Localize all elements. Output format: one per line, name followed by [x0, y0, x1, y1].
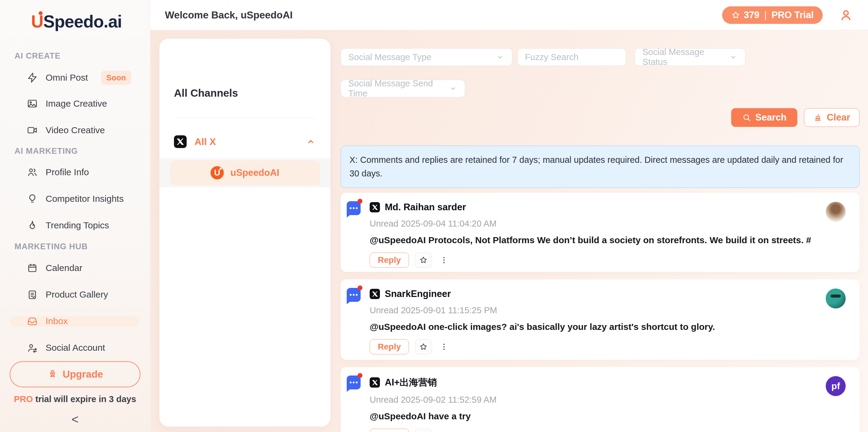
uspeedo-logo: USpeedo.ai	[31, 11, 122, 31]
chevron-down-icon	[729, 53, 738, 62]
section-marketing-hub: MARKETING HUB	[0, 236, 150, 257]
sidebar-item-product-gallery[interactable]: Product Gallery	[0, 281, 150, 308]
filter-message-type-select[interactable]: Social Message Type	[341, 48, 512, 66]
sender-name: Md. Raihan sarder	[385, 202, 466, 213]
sidebar-item-label: Product Gallery	[45, 289, 108, 300]
chevron-down-icon	[496, 53, 505, 62]
sidebar-item-trending-topics[interactable]: Trending Topics	[0, 212, 150, 239]
message-status-time: Unread 2025-09-04 11:04:20 AM	[370, 219, 811, 229]
unread-dot-icon	[358, 373, 363, 378]
sidebar-item-image-creative[interactable]: Image Creative	[0, 90, 150, 117]
calendar-icon	[27, 263, 38, 274]
upgrade-button[interactable]: Upgrade	[10, 361, 141, 387]
reply-button[interactable]: Reply	[370, 339, 409, 354]
sidebar-item-competitor-insights[interactable]: Competitor Insights	[0, 185, 150, 212]
sidebar-item-label: Omni Post	[45, 72, 88, 83]
more-actions-button[interactable]	[438, 429, 450, 432]
chevron-down-icon	[448, 84, 458, 93]
chat-bubble-icon	[347, 288, 361, 302]
plan-label: PRO Trial	[771, 10, 814, 21]
trial-expiry-note: PRO trial will expire in 3 days	[0, 394, 150, 404]
message-card: Md. Raihan sarder Unread 2025-09-04 11:0…	[341, 193, 860, 272]
star-icon	[731, 10, 740, 20]
filter-send-time-select[interactable]: Social Message Send Time	[341, 80, 465, 97]
message-card: SnarkEngineer Unread 2025-09-01 11:15:25…	[341, 279, 860, 360]
more-actions-button[interactable]	[438, 252, 450, 268]
message-content: @uSpeedoAI Protocols, Not Platforms We d…	[370, 235, 811, 245]
person-icon	[839, 8, 854, 22]
x-platform-icon	[370, 202, 380, 212]
sidebar-item-profile-info[interactable]: Profile Info	[0, 159, 150, 185]
favorite-button[interactable]	[415, 339, 432, 354]
soon-badge: Soon	[101, 71, 131, 85]
clear-button[interactable]: Clear	[804, 108, 860, 127]
favorite-button[interactable]	[415, 429, 432, 432]
user-avatar-button[interactable]	[839, 8, 854, 22]
sidebar-item-label: Image Creative	[45, 98, 107, 109]
search-button[interactable]: Search	[731, 108, 797, 127]
inbox-icon	[27, 316, 38, 327]
rocket-icon	[47, 369, 58, 380]
sidebar-item-label: Video Creative	[45, 125, 105, 135]
sidebar-item-inbox[interactable]: Inbox	[0, 308, 150, 334]
divider	[174, 118, 316, 118]
app-screen: USpeedo.ai AI CREATE Omni Post Soon Imag…	[0, 0, 868, 432]
unread-dot-icon	[358, 285, 363, 290]
search-icon	[742, 113, 751, 122]
x-platform-icon	[370, 289, 380, 299]
sidebar-collapse-button[interactable]: <	[0, 413, 150, 426]
sidebar-item-label: Inbox	[45, 316, 68, 326]
channel-panel: All Channels All X U uSpeedoAI	[159, 39, 331, 427]
topbar: Welcome Back, uSpeedoAI 379 | PRO Trial	[150, 0, 868, 30]
x-platform-icon	[174, 135, 187, 148]
credits-count: 379	[744, 10, 760, 21]
page-title: Welcome Back, uSpeedoAI	[165, 9, 293, 21]
section-ai-marketing: AI MARKETING	[0, 141, 150, 162]
sidebar-item-calendar[interactable]: Calendar	[0, 255, 150, 281]
video-icon	[27, 125, 38, 136]
sender-avatar	[826, 202, 846, 222]
filter-message-status-select[interactable]: Social Message Status	[635, 48, 745, 66]
sidebar: USpeedo.ai AI CREATE Omni Post Soon Imag…	[0, 0, 150, 432]
uspeedoai-avatar: U	[211, 166, 224, 180]
star-icon	[419, 343, 428, 351]
sidebar-item-label: Competitor Insights	[45, 194, 124, 204]
message-content: @uSpeedoAI have a try	[370, 411, 811, 422]
sender-name: SnarkEngineer	[385, 288, 451, 299]
section-ai-create: AI CREATE	[0, 45, 150, 66]
lightbulb-icon	[27, 193, 38, 205]
logo-text: Speedo.ai	[43, 12, 122, 31]
unread-dot-icon	[358, 199, 363, 204]
channel-panel-title: All Channels	[174, 87, 238, 99]
channel-account-uspeedoai[interactable]: U uSpeedoAI	[159, 158, 331, 187]
reply-button[interactable]: Reply	[370, 429, 409, 432]
x-platform-icon	[370, 377, 380, 388]
message-content: @uSpeedoAI one-click images? ai's basica…	[370, 322, 811, 332]
more-actions-button[interactable]	[438, 339, 450, 354]
message-status-time: Unread 2025-09-02 11:52:59 AM	[370, 395, 811, 405]
retention-info-banner: X: Comments and replies are retained for…	[341, 146, 860, 188]
credits-plan-button[interactable]: 379 | PRO Trial	[722, 6, 823, 24]
users-icon	[27, 167, 38, 178]
message-status-time: Unread 2025-09-01 11:15:25 PM	[370, 305, 811, 315]
sidebar-item-omni-post[interactable]: Omni Post Soon	[0, 64, 150, 91]
dots-vertical-icon	[439, 255, 448, 265]
lightning-icon	[27, 72, 38, 83]
reply-button[interactable]: Reply	[370, 252, 409, 268]
channel-group-all-x[interactable]: All X	[174, 132, 316, 152]
chevron-up-icon[interactable]	[306, 136, 316, 147]
sender-name: AI+出海营销	[385, 376, 437, 389]
sidebar-item-label: Social Account	[45, 343, 105, 353]
sidebar-item-social-account[interactable]: Social Account	[0, 334, 150, 361]
pro-label: PRO	[14, 394, 33, 404]
inbox-main: Social Message Type Social Message Statu…	[341, 30, 860, 432]
clipboard-icon	[27, 289, 38, 300]
chat-bubble-icon	[347, 201, 361, 215]
sidebar-item-video-creative[interactable]: Video Creative	[0, 117, 150, 144]
sender-avatar	[826, 288, 846, 308]
chat-bubble-icon	[347, 375, 361, 390]
dots-vertical-icon	[439, 342, 448, 351]
content-area: All Channels All X U uSpeedoAI Social Me…	[150, 30, 868, 432]
fuzzy-search-input[interactable]	[517, 48, 626, 66]
favorite-button[interactable]	[415, 252, 432, 268]
